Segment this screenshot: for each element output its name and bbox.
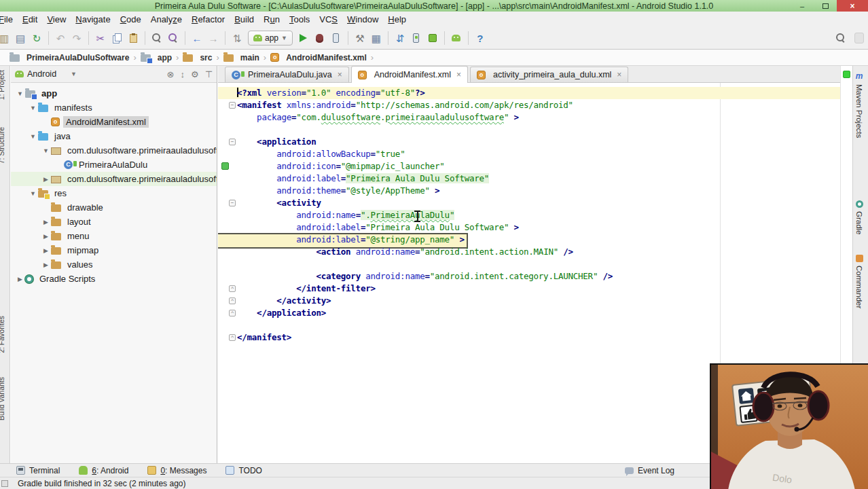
fold-marker-icon[interactable]: − <box>229 139 236 145</box>
fold-marker-icon[interactable]: − <box>229 102 236 109</box>
tree-item-drawable[interactable]: drawable <box>11 200 217 215</box>
undo-button[interactable]: ↶ <box>52 30 69 46</box>
attach-button[interactable] <box>328 30 344 46</box>
help-button[interactable]: ? <box>472 30 488 46</box>
code-line-18[interactable]: ^ </activity> <box>218 295 840 307</box>
tree-item-res[interactable]: ▼res <box>11 186 217 200</box>
collapse-all-icon[interactable]: ↕ <box>181 69 185 79</box>
code-line-14[interactable]: <action android:name="android.intent.act… <box>218 246 840 258</box>
maximize-button[interactable] <box>814 0 837 12</box>
collapsed-arrow-icon[interactable]: ▶ <box>41 176 51 183</box>
save-button[interactable]: ▤ <box>12 30 29 46</box>
code-line-6[interactable]: android:allowBackup="true" <box>218 148 840 160</box>
code-line-21[interactable]: ^</manifest> <box>218 331 840 344</box>
collapsed-arrow-icon[interactable]: ▶ <box>41 261 51 268</box>
menu-navigate[interactable]: Navigate <box>71 13 115 26</box>
expanded-arrow-icon[interactable]: ▼ <box>15 90 25 97</box>
code-line-10[interactable]: − <activity <box>218 197 840 209</box>
breadcrumb-item[interactable]: AndroidManifest.xml <box>270 53 367 62</box>
tree-item-manifests[interactable]: ▼manifests <box>11 101 217 115</box>
code-line-16[interactable]: <category android:name="android.intent.c… <box>218 270 840 283</box>
editor-tab-primeiraauladulu-java[interactable]: PrimeiraAulaDulu.java× <box>225 67 349 82</box>
android-monitor-button[interactable] <box>448 30 465 46</box>
menu-run[interactable]: Run <box>259 13 285 26</box>
expanded-arrow-icon[interactable]: ▼ <box>28 105 38 111</box>
toolwindow-todo[interactable]: TODO <box>225 466 261 475</box>
toolwindow-button-maven-projects[interactable]: mMaven Projects <box>855 71 863 138</box>
redo-button[interactable]: ↷ <box>69 30 85 46</box>
tree-item-values[interactable]: ▶values <box>11 257 217 272</box>
paste-button[interactable] <box>125 30 141 46</box>
tree-item-androidmanifest-xml[interactable]: AndroidManifest.xml <box>11 115 217 129</box>
find-button[interactable] <box>149 30 165 46</box>
toolwindow-button-structure[interactable]: 7: Structure <box>0 127 5 164</box>
tree-item-mipmap[interactable]: ▶mipmap <box>11 243 217 257</box>
code-line-19[interactable]: ^ </application> <box>218 307 840 319</box>
tree-item-app[interactable]: ▼app <box>11 86 217 101</box>
close-button[interactable]: × <box>837 0 868 12</box>
code-line-7[interactable]: android:icon="@mipmap/ic_launcher" <box>218 160 840 173</box>
fold-marker-icon[interactable]: − <box>229 200 236 206</box>
toolwindow-event-log[interactable]: Event Log <box>625 466 674 475</box>
copy-button[interactable] <box>109 30 125 46</box>
forward-button[interactable]: → <box>205 30 221 46</box>
project-view-selector[interactable]: Android ▼ <box>15 69 77 79</box>
code-line-3[interactable]: package="com.dulusoftware.primeiraauladu… <box>218 111 840 124</box>
toolwindow-button-favorites[interactable]: 2: Favorites <box>0 316 5 353</box>
sdk-manager-button[interactable] <box>408 30 424 46</box>
breadcrumb-item[interactable]: src <box>183 53 212 62</box>
debug-button[interactable] <box>312 30 328 46</box>
toolwindow-terminal[interactable]: Terminal <box>16 466 60 475</box>
collapsed-arrow-icon[interactable]: ▶ <box>41 219 51 225</box>
open-button[interactable]: ▥ <box>0 30 12 46</box>
close-tab-icon[interactable]: × <box>617 70 621 79</box>
close-icon[interactable]: ⊗ <box>167 69 175 79</box>
cut-button[interactable]: ✂ <box>92 30 109 46</box>
toolwindow-button-commander[interactable]: Commander <box>855 255 863 308</box>
run-button[interactable] <box>295 30 312 46</box>
expanded-arrow-icon[interactable]: ▼ <box>28 133 38 140</box>
menu-edit[interactable]: Edit <box>18 13 42 26</box>
replace-button[interactable] <box>165 30 181 46</box>
sort-button[interactable]: ⇅ <box>229 30 245 46</box>
menu-view[interactable]: View <box>42 13 71 26</box>
menu-window[interactable]: Window <box>342 13 383 26</box>
collapsed-arrow-icon[interactable]: ▶ <box>15 276 25 283</box>
tree-item-layout[interactable]: ▶layout <box>11 215 217 229</box>
code-line-11[interactable]: android:name=".PrimeiraAulaDulu" <box>218 209 840 221</box>
close-tab-icon[interactable]: × <box>338 70 342 79</box>
expanded-arrow-icon[interactable]: ▼ <box>28 190 38 197</box>
code-line-8[interactable]: android:label="Primeira Aula Dulu Softwa… <box>218 173 840 185</box>
toolwindow-6-android[interactable]: 6: Android <box>79 466 128 475</box>
breadcrumb-item[interactable]: PrimeiraAulaDuluSoftware <box>10 53 129 62</box>
pin-icon[interactable]: ⊢ <box>204 70 214 77</box>
gradle-sync-button[interactable]: ⇵ <box>392 30 408 46</box>
project-structure-button[interactable]: ▦ <box>368 30 384 46</box>
code-line-4[interactable] <box>218 124 840 136</box>
code-line-15[interactable] <box>218 258 840 270</box>
tree-item-gradle-scripts[interactable]: ▶Gradle Scripts <box>11 272 217 286</box>
editor-tab-activity-primeira-aula-dulu-xml[interactable]: activity_primeira_aula_dulu.xml× <box>470 67 628 82</box>
minimize-button[interactable]: – <box>791 0 814 12</box>
menu-file[interactable]: File <box>0 13 18 26</box>
toolwindow-0-messages[interactable]: 0: Messages <box>147 466 206 475</box>
search-everywhere-button[interactable] <box>833 30 849 46</box>
toolwindow-button-project[interactable]: 1: Project <box>0 70 5 100</box>
fold-end-marker-icon[interactable]: ^ <box>229 297 236 304</box>
menu-code[interactable]: Code <box>115 13 146 26</box>
fold-end-marker-icon[interactable]: ^ <box>229 310 236 316</box>
settings-button[interactable]: ⚒ <box>352 30 368 46</box>
tree-item-com-dulusoftware-primeiraauladulusoftware[interactable]: ▼com.dulusoftware.primeiraauladulusoftwa… <box>11 143 217 158</box>
code-line-1[interactable]: <?xml version="1.0" encoding="utf-8"?> <box>218 87 840 99</box>
code-line-20[interactable] <box>218 319 840 331</box>
code-line-13[interactable]: android:label="@string/app_name" > <box>218 234 840 246</box>
breadcrumb-item[interactable]: main <box>223 53 259 62</box>
collapsed-arrow-icon[interactable]: ▶ <box>41 247 51 254</box>
avd-manager-button[interactable] <box>424 30 441 46</box>
menu-analyze[interactable]: Analyze <box>146 13 187 26</box>
breadcrumb-item[interactable]: app <box>141 53 172 62</box>
editor-tab-androidmanifest-xml[interactable]: AndroidManifest.xml× <box>351 66 468 83</box>
menu-vcs[interactable]: VCS <box>314 13 342 26</box>
menu-help[interactable]: Help <box>383 13 411 26</box>
tree-item-menu[interactable]: ▶menu <box>11 229 217 243</box>
